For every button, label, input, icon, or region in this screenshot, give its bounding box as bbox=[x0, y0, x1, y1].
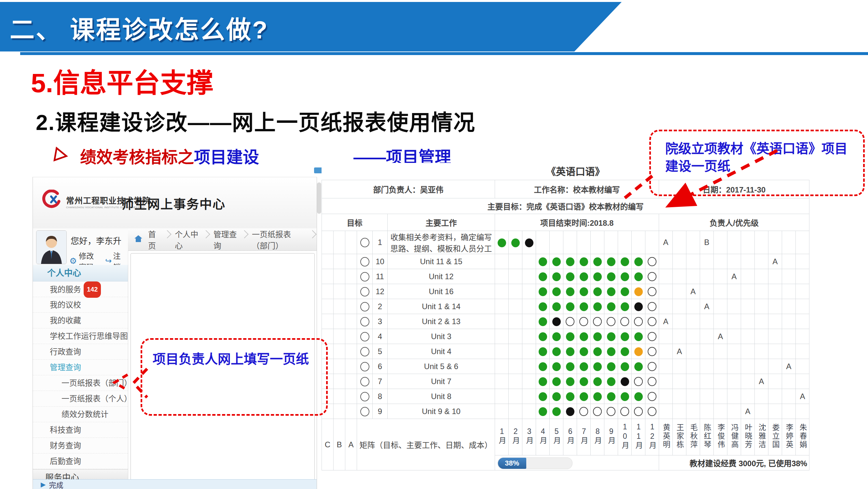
sidebar-item-2[interactable]: 我的议校 bbox=[33, 297, 128, 313]
owner-cell-empty bbox=[727, 389, 741, 404]
target-circle-icon bbox=[360, 362, 369, 371]
target-circle-cell bbox=[357, 269, 373, 284]
dot-open-icon bbox=[577, 314, 591, 329]
target-circle-icon bbox=[360, 377, 369, 386]
owner-cell-empty bbox=[796, 254, 809, 269]
sidebar-item-3[interactable]: 我的收藏 bbox=[33, 313, 128, 328]
person-name: 王家栋 bbox=[673, 419, 686, 455]
target-a bbox=[345, 344, 357, 359]
month-cell bbox=[522, 344, 536, 359]
target-c bbox=[322, 314, 334, 329]
dot-done-icon bbox=[632, 389, 645, 404]
owner-cell-empty bbox=[782, 344, 796, 359]
home-icon bbox=[134, 234, 143, 245]
owner-cell-empty bbox=[796, 269, 809, 284]
owner-cell-empty bbox=[700, 404, 714, 419]
sidebar-item-7[interactable]: 一页纸报表（部门） bbox=[33, 375, 128, 391]
month-cell bbox=[604, 231, 618, 254]
breadcrumb-item-0[interactable]: 首页 bbox=[145, 228, 164, 251]
task-work: Unit 8 bbox=[388, 389, 495, 404]
owner-cell-empty bbox=[727, 359, 741, 374]
dot-open-icon bbox=[591, 314, 604, 329]
dot-warning-icon bbox=[632, 284, 645, 299]
task-number: 11 bbox=[373, 269, 388, 284]
dot-open-icon bbox=[645, 314, 659, 329]
owner-cell-empty bbox=[741, 284, 755, 299]
breadcrumb-item-2[interactable]: 管理查询 bbox=[210, 228, 242, 251]
target-circle-cell bbox=[357, 344, 373, 359]
progress-cell: 38% bbox=[495, 455, 659, 470]
owner-cell-empty bbox=[686, 269, 700, 284]
owner-cell-empty bbox=[741, 299, 755, 314]
sidebar-item-5[interactable]: 行政查询 bbox=[33, 344, 128, 359]
sidebar-item-0[interactable]: 个人中心 bbox=[33, 265, 128, 282]
task-number: 12 bbox=[373, 284, 388, 299]
target-circle-icon bbox=[360, 287, 369, 296]
month-cell bbox=[495, 284, 509, 299]
target-circle-cell bbox=[357, 404, 373, 419]
sidebar-item-4[interactable]: 学校工作运行思维导图 bbox=[33, 328, 128, 344]
owner-cell-empty bbox=[755, 389, 768, 404]
target-a bbox=[345, 374, 357, 389]
dot-open-icon bbox=[645, 284, 659, 299]
owner-cell-empty bbox=[741, 389, 755, 404]
sidebar-item-9[interactable]: 绩效分数统计 bbox=[33, 407, 128, 422]
month-cell bbox=[509, 359, 522, 374]
owner-cell-empty bbox=[727, 374, 741, 389]
breadcrumb: 首页个人中心管理查询一页纸报表（部门） bbox=[128, 228, 317, 251]
owner-cell-empty bbox=[727, 344, 741, 359]
target-b bbox=[334, 284, 345, 299]
owner-cell-empty bbox=[755, 344, 768, 359]
sidebar-item-1[interactable]: 我的服务142 bbox=[33, 282, 128, 297]
dot-open-icon bbox=[604, 404, 618, 419]
breadcrumb-item-3[interactable]: 一页纸报表（部门） bbox=[249, 228, 310, 251]
dot-done-icon bbox=[591, 389, 604, 404]
dot-done-icon bbox=[536, 404, 550, 419]
dot-done-icon bbox=[591, 374, 604, 389]
header-owners: 负责人/优先级 bbox=[659, 214, 809, 231]
owner-cell-empty bbox=[741, 344, 755, 359]
person-name: 毛秋萍 bbox=[686, 419, 700, 455]
dot-done-icon bbox=[604, 344, 618, 359]
owner-cell-empty bbox=[700, 314, 714, 329]
dot-open-icon bbox=[645, 374, 659, 389]
task-work: Unit 5 & 6 bbox=[388, 359, 495, 374]
scrollbar-fragment bbox=[317, 182, 321, 214]
month-cell bbox=[645, 231, 659, 254]
target-circle-cell bbox=[357, 359, 373, 374]
dot-done-icon bbox=[618, 299, 632, 314]
month-label: 4月 bbox=[536, 419, 550, 455]
col-label-a: A bbox=[345, 419, 357, 470]
month-cell bbox=[577, 231, 591, 254]
owner-cell-empty bbox=[714, 389, 727, 404]
dot-done-icon bbox=[509, 231, 522, 254]
sidebar-item-10[interactable]: 科技查询 bbox=[33, 422, 128, 438]
dot-done-icon bbox=[618, 344, 632, 359]
owner-cell-empty bbox=[755, 314, 768, 329]
dot-done-icon bbox=[604, 389, 618, 404]
owner-cell-empty bbox=[686, 254, 700, 269]
month-cell bbox=[495, 374, 509, 389]
target-a bbox=[345, 231, 357, 254]
owner-cell-empty bbox=[782, 299, 796, 314]
sidebar-item-12[interactable]: 后勤查询 bbox=[33, 454, 128, 469]
dot-done-icon bbox=[536, 359, 550, 374]
owner-cell-empty bbox=[714, 254, 727, 269]
dot-done-icon bbox=[577, 269, 591, 284]
dot-open-icon bbox=[645, 269, 659, 284]
owner-cell: 部门负责人：吴亚伟 bbox=[322, 180, 495, 198]
month-cell bbox=[495, 404, 509, 419]
month-cell bbox=[495, 329, 509, 344]
dot-done-icon bbox=[632, 254, 645, 269]
dot-open-icon bbox=[632, 404, 645, 419]
status-icon: ▶ bbox=[41, 481, 45, 488]
month-cell bbox=[495, 299, 509, 314]
owner-cell-empty bbox=[782, 269, 796, 284]
bullet-text-blue: 项目建设 bbox=[194, 144, 259, 168]
sidebar-item-6[interactable]: 管理查询 bbox=[33, 359, 128, 375]
sidebar-item-11[interactable]: 财务查询 bbox=[33, 438, 128, 454]
sidebar-item-8[interactable]: 一页纸报表（个人） bbox=[33, 391, 128, 407]
month-label: 1月 bbox=[495, 419, 509, 455]
breadcrumb-item-1[interactable]: 个人中心 bbox=[172, 228, 203, 251]
month-cell bbox=[522, 329, 536, 344]
